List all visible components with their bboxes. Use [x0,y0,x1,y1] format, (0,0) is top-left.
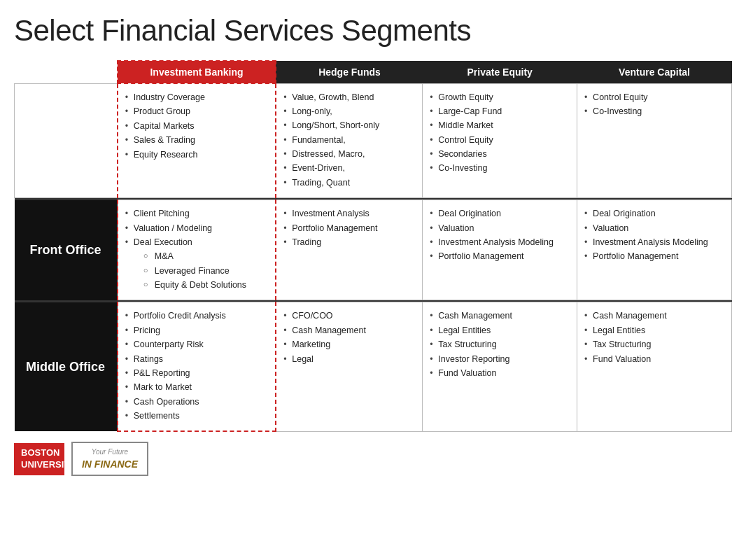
sub-list-item: Equity & Debt Solutions [143,279,270,292]
list-item: P&L Reporting [124,367,270,380]
bu-line1: BOSTON [21,447,57,459]
list-item: Valuation [428,222,571,235]
fo-ib-list: Client Pitching Valuation / Modeling Dea… [124,207,270,292]
list-item: Cash Management [282,324,416,337]
yfif-line2: IN FINANCE [80,458,140,472]
fo-pe-list: Deal Origination Valuation Investment An… [428,207,571,264]
mo-vc-list: Cash Management Legal Entities Tax Struc… [583,309,726,366]
list-item: Portfolio Management [282,222,416,235]
mo-vc-cell: Cash Management Legal Entities Tax Struc… [577,302,732,432]
page-title: Select Financial Services Segments [14,14,732,48]
list-item: Co-Investing [428,162,571,175]
mo-ib-cell: Portfolio Credit Analysis Pricing Counte… [118,302,276,432]
in-finance-text: IN FINANCE [82,458,138,470]
bu-line2: UNIVERSITY [21,459,57,471]
header-vc: Venture Capital [577,61,732,83]
list-item: Secondaries [428,148,571,161]
list-item: Industry Coverage [124,91,270,104]
header-row: Investment Banking Hedge Funds Private E… [15,61,732,83]
fo-ib-cell: Client Pitching Valuation / Modeling Dea… [118,200,276,300]
list-item: Ratings [124,353,270,366]
list-item: Portfolio Credit Analysis [124,309,270,323]
pg-hf-list: Value, Growth, Blend Long-only, Long/Sho… [282,91,416,190]
list-item: CFO/COO [282,309,416,323]
front-office-label: Front Office [15,200,118,300]
list-item: Control Equity [583,91,726,104]
bu-logo: BOSTON UNIVERSITY [14,443,64,475]
pg-ib-list: Industry Coverage Product Group Capital … [124,91,270,162]
list-item: Value, Growth, Blend [282,91,416,104]
label-spacer [15,61,118,83]
list-item: Tax Structuring [428,338,571,351]
product-group-label-cell [15,83,118,198]
list-item: Investment Analysis [282,207,416,220]
list-item: Legal Entities [583,324,726,337]
list-item: Valuation / Modeling [124,222,270,235]
list-item: Event-Driven, [282,162,416,175]
list-item: Tax Structuring [583,338,726,351]
list-item: Portfolio Management [428,250,571,263]
header-hf: Hedge Funds [276,61,423,83]
list-item: Counterparty Risk [124,338,270,351]
pg-hf-cell: Value, Growth, Blend Long-only, Long/Sho… [276,83,423,198]
main-table: Investment Banking Hedge Funds Private E… [14,60,732,432]
footer: BOSTON UNIVERSITY Your Future IN FINANCE [14,442,732,476]
list-item: Settlements [124,410,270,423]
list-item: Investor Reporting [428,353,571,366]
mo-ib-list: Portfolio Credit Analysis Pricing Counte… [124,309,270,423]
list-item: Equity Research [124,148,270,162]
yfif-line1: Your Future [80,447,140,457]
pg-pe-list: Growth Equity Large-Cap Fund Middle Mark… [428,91,571,176]
list-item: Distressed, Macro, [282,148,416,161]
list-item: Portfolio Management [583,250,726,263]
list-item: Deal Origination [428,207,571,220]
list-item: Fundamental, [282,134,416,147]
product-group-row: Industry Coverage Product Group Capital … [15,83,732,198]
header-pe: Private Equity [423,61,577,83]
list-item: Client Pitching [124,207,270,220]
list-item: Fund Valuation [583,353,726,366]
fo-ib-sublist: M&A Leveraged Finance Equity & Debt Solu… [134,250,270,292]
fo-pe-cell: Deal Origination Valuation Investment An… [423,200,577,300]
list-item: Pricing [124,324,270,337]
list-item: Legal Entities [428,324,571,337]
list-item: Valuation [583,222,726,235]
middle-office-row: Middle Office Portfolio Credit Analysis … [15,302,732,432]
fo-vc-list: Deal Origination Valuation Investment An… [583,207,726,264]
header-ib: Investment Banking [118,61,276,83]
list-item: Cash Management [428,309,571,323]
list-item: Large-Cap Fund [428,105,571,118]
yfif-logo: Your Future IN FINANCE [71,442,148,476]
pg-ib-cell: Industry Coverage Product Group Capital … [118,83,276,198]
list-item: Long-only, [282,105,416,118]
fo-hf-cell: Investment Analysis Portfolio Management… [276,200,423,300]
list-item: Long/Short, Short-only [282,119,416,132]
list-item: Marketing [282,338,416,351]
middle-office-label: Middle Office [15,302,118,432]
your-future-text: Your Future [92,448,128,456]
list-item: Investment Analysis Modeling [428,236,571,249]
mo-hf-list: CFO/COO Cash Management Marketing Legal [282,309,416,366]
front-office-row: Front Office Client Pitching Valuation /… [15,200,732,300]
list-item: Capital Markets [124,120,270,133]
list-item: Sales & Trading [124,134,270,147]
pg-vc-list: Control Equity Co-Investing [583,91,726,119]
list-item: Control Equity [428,134,571,147]
list-item: Legal [282,353,416,366]
sub-list-item: Leveraged Finance [143,265,270,278]
list-item: Investment Analysis Modeling [583,236,726,249]
pg-pe-cell: Growth Equity Large-Cap Fund Middle Mark… [423,83,577,198]
list-item: Deal Origination [583,207,726,220]
fo-vc-cell: Deal Origination Valuation Investment An… [577,200,732,300]
list-item: Deal Execution M&A Leveraged Finance Equ… [124,236,270,293]
pg-vc-cell: Control Equity Co-Investing [577,83,732,198]
list-item: Cash Management [583,309,726,323]
list-item: Fund Valuation [428,367,571,380]
mo-pe-list: Cash Management Legal Entities Tax Struc… [428,309,571,380]
sub-list-item: M&A [143,250,270,263]
fo-hf-list: Investment Analysis Portfolio Management… [282,207,416,249]
list-item: Trading [282,236,416,249]
list-item: Co-Investing [583,105,726,118]
mo-pe-cell: Cash Management Legal Entities Tax Struc… [423,302,577,432]
mo-hf-cell: CFO/COO Cash Management Marketing Legal [276,302,423,432]
